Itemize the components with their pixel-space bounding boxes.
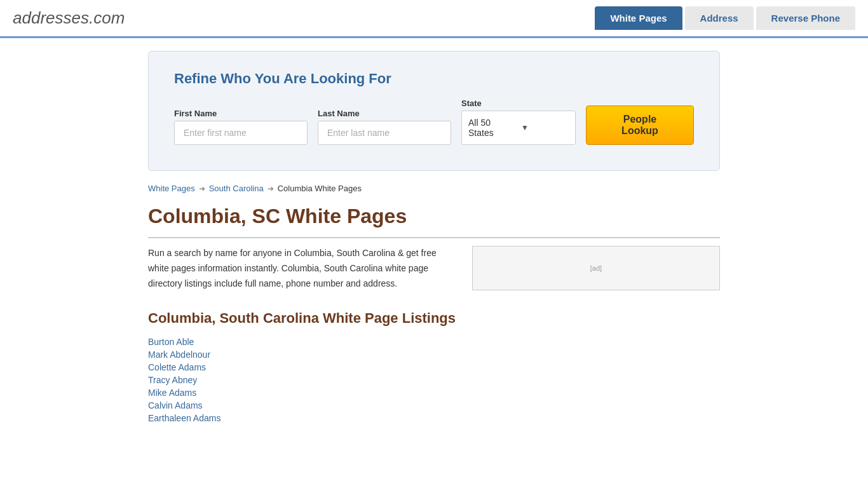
- last-name-group: Last Name: [318, 109, 451, 145]
- page-title: Columbia, SC White Pages: [148, 205, 720, 238]
- search-fields: First Name Last Name State All 50 States…: [174, 98, 694, 145]
- listing-link[interactable]: Colette Adams: [148, 362, 206, 372]
- breadcrumb-south-carolina[interactable]: South Carolina: [209, 184, 264, 193]
- list-item: Mark Abdelnour: [148, 349, 720, 360]
- listing-link[interactable]: Calvin Adams: [148, 400, 203, 410]
- ad-image-placeholder: [ad]: [590, 264, 602, 272]
- search-panel: Refine Who You Are Looking For First Nam…: [148, 51, 720, 171]
- listing-link[interactable]: Mike Adams: [148, 388, 196, 398]
- main-nav: White Pages Address Reverse Phone: [595, 6, 855, 30]
- advertisement: [ad]: [472, 246, 720, 290]
- list-item: Earthaleen Adams: [148, 413, 720, 423]
- nav-address[interactable]: Address: [685, 6, 754, 30]
- description-area: Run a search by name for anyone in Colum…: [148, 246, 720, 291]
- listings-list: Burton AbleMark AbdelnourColette AdamsTr…: [148, 337, 720, 423]
- listing-link[interactable]: Mark Abdelnour: [148, 349, 210, 360]
- header: addresses.com White Pages Address Revers…: [0, 0, 868, 38]
- listings-title: Columbia, South Carolina White Page List…: [148, 310, 720, 327]
- first-name-input[interactable]: [174, 121, 308, 145]
- breadcrumb: White Pages ➜ South Carolina ➜ Columbia …: [148, 184, 720, 193]
- main-content: White Pages ➜ South Carolina ➜ Columbia …: [148, 184, 720, 449]
- first-name-label: First Name: [174, 109, 308, 118]
- last-name-input[interactable]: [318, 121, 451, 145]
- listing-link[interactable]: Burton Able: [148, 337, 194, 347]
- state-group: State All 50 States ▼: [461, 98, 576, 145]
- state-label: State: [461, 98, 576, 108]
- breadcrumb-current: Columbia White Pages: [278, 184, 362, 193]
- listing-link[interactable]: Earthaleen Adams: [148, 413, 220, 423]
- list-item: Calvin Adams: [148, 400, 720, 410]
- state-value: All 50 States: [468, 118, 516, 138]
- listing-link[interactable]: Tracy Abney: [148, 375, 197, 385]
- nav-white-pages[interactable]: White Pages: [595, 6, 682, 30]
- list-item: Tracy Abney: [148, 375, 720, 385]
- people-lookup-button[interactable]: People Lookup: [586, 105, 694, 145]
- last-name-label: Last Name: [318, 109, 451, 118]
- first-name-group: First Name: [174, 109, 308, 145]
- page-description: Run a search by name for anyone in Colum…: [148, 246, 459, 291]
- state-dropdown[interactable]: All 50 States ▼: [461, 111, 576, 145]
- breadcrumb-arrow-1: ➜: [199, 184, 205, 193]
- list-item: Burton Able: [148, 337, 720, 347]
- site-logo: addresses.com: [13, 8, 125, 28]
- search-title: Refine Who You Are Looking For: [174, 71, 694, 87]
- list-item: Mike Adams: [148, 388, 720, 398]
- list-item: Colette Adams: [148, 362, 720, 372]
- chevron-down-icon: ▼: [521, 123, 569, 132]
- breadcrumb-arrow-2: ➜: [268, 184, 274, 193]
- breadcrumb-white-pages[interactable]: White Pages: [148, 184, 195, 193]
- nav-reverse-phone[interactable]: Reverse Phone: [756, 6, 855, 30]
